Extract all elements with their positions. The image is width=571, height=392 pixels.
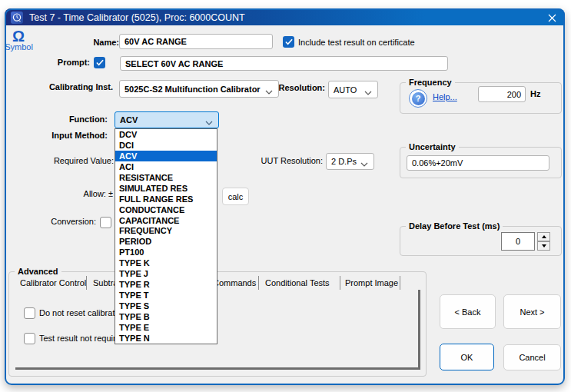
uncertainty-group-title: Uncertainty xyxy=(406,142,459,152)
input-method-label: Input Method: xyxy=(51,131,108,141)
help-link[interactable]: Help... xyxy=(433,92,457,101)
prompt-checkbox[interactable] xyxy=(94,57,105,68)
do-not-reset-checkbox[interactable] xyxy=(24,307,35,319)
close-button[interactable] xyxy=(546,12,557,23)
function-list-item[interactable]: FREQUENCY xyxy=(115,225,217,236)
app-icon xyxy=(11,12,23,24)
uut-resolution-value: 2 D.Ps xyxy=(331,157,357,166)
function-value: ACV xyxy=(120,115,138,125)
back-button[interactable]: < Back xyxy=(440,294,496,329)
tab-calibrator-control[interactable]: Calibrator Control xyxy=(14,276,87,290)
include-result-label: Include test result on certificate xyxy=(298,38,415,48)
dialog-window: Test 7 - Time Calibrator (5025), Proc: 6… xyxy=(5,8,565,385)
question-mark-icon: ? xyxy=(412,92,425,105)
symbol-omega-icon[interactable]: Ω xyxy=(9,28,28,44)
chevron-down-icon xyxy=(265,87,273,96)
title-bar: Test 7 - Time Calibrator (5025), Proc: 6… xyxy=(5,8,565,25)
resolution-select[interactable]: AUTO xyxy=(328,81,378,98)
calibrating-inst-select[interactable]: 5025C-S2 Multifunction Calibrator xyxy=(119,80,279,98)
function-list-item[interactable]: DCI xyxy=(115,140,217,151)
function-dropdown-list[interactable]: DCVDCIACVACIRESISTANCESIMULATED RESFULL … xyxy=(115,128,217,344)
chevron-down-icon xyxy=(360,159,368,168)
function-list-item[interactable]: CONDUCTANCE xyxy=(115,204,217,215)
function-list-item[interactable]: PT100 xyxy=(115,247,217,257)
function-list-item[interactable]: DCV xyxy=(115,129,217,140)
function-list-item[interactable]: TYPE N xyxy=(115,333,217,344)
help-icon[interactable]: ? xyxy=(409,89,427,108)
spinner-down-button[interactable] xyxy=(537,241,550,251)
down-arrow-icon xyxy=(542,244,546,247)
uut-resolution-select[interactable]: 2 D.Ps xyxy=(326,153,374,170)
check-icon xyxy=(96,59,104,66)
calibrating-inst-value: 5025C-S2 Multifunction Calibrator xyxy=(124,85,261,94)
test-result-checkbox[interactable] xyxy=(24,333,35,344)
function-list-item[interactable]: CAPACITANCE xyxy=(115,215,217,226)
tab-conditional-tests[interactable]: Conditional Tests xyxy=(259,276,340,290)
name-label: Name: xyxy=(93,38,119,48)
function-list-item[interactable]: TYPE R xyxy=(115,279,217,290)
prompt-input[interactable]: SELECT 60V AC RANGE xyxy=(120,56,448,71)
test-result-label: Test result not require xyxy=(39,334,121,344)
required-value-label: Required Value: xyxy=(54,156,114,166)
function-list-item[interactable]: FULL RANGE RES xyxy=(115,194,217,204)
function-list-item[interactable]: PERIOD xyxy=(115,236,217,247)
function-list-item[interactable]: ACV xyxy=(115,151,217,161)
name-input[interactable]: 60V AC RANGE xyxy=(119,34,273,49)
function-list-item[interactable]: SIMULATED RES xyxy=(115,183,217,194)
prompt-label: Prompt: xyxy=(58,58,90,68)
chevron-down-icon xyxy=(364,88,372,97)
frequency-input[interactable]: 200 xyxy=(478,86,526,102)
frequency-unit-label: Hz xyxy=(530,89,540,99)
delay-input[interactable]: 0 xyxy=(501,232,535,251)
ok-button[interactable]: OK xyxy=(440,344,494,370)
uut-resolution-label: UUT Resolution: xyxy=(261,156,324,166)
function-list-item[interactable]: TYPE J xyxy=(115,268,217,279)
function-list-item[interactable]: TYPE B xyxy=(115,311,217,322)
allow-label: Allow: ± xyxy=(84,189,113,199)
conversion-checkbox[interactable] xyxy=(100,217,111,228)
resolution-value: AUTO xyxy=(334,85,357,95)
advanced-tab-panel xyxy=(15,290,420,370)
cancel-button[interactable]: Cancel xyxy=(503,344,561,370)
function-list-item[interactable]: TYPE S xyxy=(115,301,217,311)
chevron-down-icon xyxy=(205,118,213,127)
tab-prompt-image[interactable]: Prompt Image xyxy=(340,276,400,290)
include-result-checkbox[interactable] xyxy=(283,36,294,48)
symbol-label: Symbol xyxy=(5,42,33,51)
up-arrow-icon xyxy=(542,235,546,238)
function-list-item[interactable]: TYPE T xyxy=(115,290,217,301)
frequency-group-title: Frequency xyxy=(406,78,455,88)
calc-button[interactable]: calc xyxy=(222,188,249,205)
close-icon xyxy=(548,14,556,22)
next-button[interactable]: Next > xyxy=(503,294,561,329)
spinner-up-button[interactable] xyxy=(537,232,550,241)
function-label: Function: xyxy=(69,115,108,125)
calibrating-inst-label: Calibrating Inst. xyxy=(49,82,113,92)
function-list-item[interactable]: TYPE E xyxy=(115,322,217,333)
function-list-item[interactable]: TYPE K xyxy=(115,257,217,268)
do-not-reset-label: Do not reset calibratin xyxy=(39,308,121,318)
check-icon xyxy=(285,38,293,45)
delay-group-title: Delay Before Test (ms) xyxy=(406,221,503,231)
function-list-item[interactable]: RESISTANCE xyxy=(115,172,217,183)
function-select[interactable]: ACV xyxy=(115,111,219,128)
conversion-label: Conversion: xyxy=(51,217,96,227)
resolution-label: Resolution: xyxy=(279,83,326,93)
uncertainty-input[interactable]: 0.06%+20mV xyxy=(407,155,549,171)
window-title: Test 7 - Time Calibrator (5025), Proc: 6… xyxy=(29,12,245,23)
function-list-item[interactable]: ACI xyxy=(115,161,217,172)
